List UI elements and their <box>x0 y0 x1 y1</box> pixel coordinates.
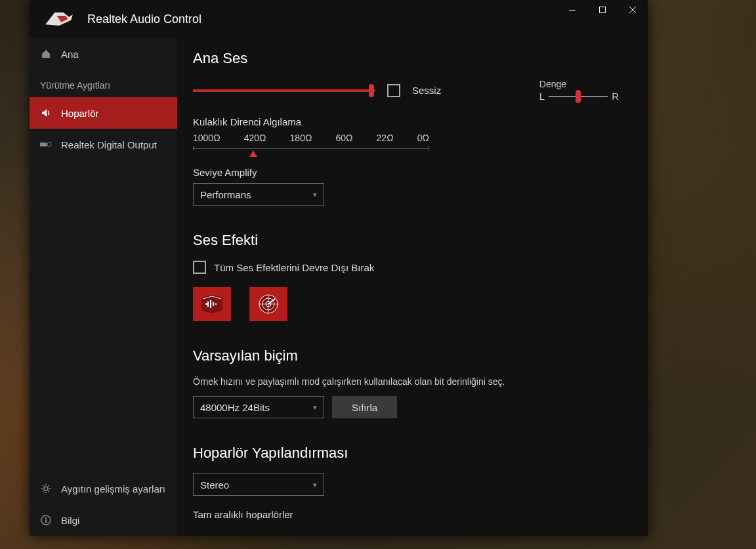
reset-button[interactable]: Sıfırla <box>332 396 397 418</box>
format-value: 48000Hz 24Bits <box>200 402 270 413</box>
rog-logo-icon <box>43 9 75 30</box>
titlebar: Realtek Audio Control <box>30 0 648 38</box>
svg-rect-4 <box>40 143 47 146</box>
sidebar-section-playback: Yürütme Aygıtları <box>30 70 177 97</box>
amplify-value: Performans <box>200 189 251 200</box>
sidebar-item-advanced[interactable]: Aygıtın gelişmiş ayarları <box>30 473 177 504</box>
section-effects: Ses Efekti <box>193 232 632 249</box>
volume-slider-thumb[interactable] <box>369 84 374 97</box>
impedance-tick: 0Ω <box>417 133 429 143</box>
mute-label: Sessiz <box>412 85 441 96</box>
impedance-scale: 1000Ω 420Ω 180Ω 60Ω 22Ω 0Ω <box>193 133 429 155</box>
sidebar-item-label: Hoparlör <box>61 108 99 119</box>
svg-rect-9 <box>45 517 47 519</box>
impedance-tick: 180Ω <box>290 133 312 143</box>
section-format: Varsayılan biçim <box>193 347 632 364</box>
svg-rect-0 <box>569 10 576 11</box>
disable-effects-label: Tüm Ses Efektlerini Devre Dışı Bırak <box>214 262 374 273</box>
impedance-tick: 60Ω <box>335 133 352 143</box>
svg-point-6 <box>44 487 48 491</box>
sidebar-item-info[interactable]: Bilgi <box>30 504 177 536</box>
section-main-volume: Ana Ses <box>193 50 632 67</box>
amplify-title: Seviye Amplify <box>193 167 632 178</box>
chevron-down-icon: ▾ <box>313 403 317 412</box>
sidebar-item-digital-output[interactable]: Realtek Digital Output <box>30 129 177 160</box>
format-desc: Örnek hızını ve paylaşımlı mod çalışırke… <box>193 376 632 387</box>
impedance-tick: 22Ω <box>377 133 394 143</box>
svg-rect-8 <box>45 519 47 523</box>
main-panel: Ana Ses Sessiz Denge L R <box>177 38 648 536</box>
impedance-title: Kulaklık Direnci Algılama <box>193 116 632 127</box>
speaker-config-dropdown[interactable]: Stereo ▾ <box>193 473 324 496</box>
impedance-tick: 1000Ω <box>193 133 220 143</box>
minimize-button[interactable] <box>557 0 587 20</box>
balance-slider[interactable] <box>549 96 608 97</box>
gear-icon <box>40 483 52 494</box>
sidebar: Ana Yürütme Aygıtları Hoparlör Realtek D… <box>30 38 177 536</box>
balance-title: Denge <box>539 79 619 89</box>
balance-right-label: R <box>612 91 619 102</box>
disable-effects-checkbox[interactable] <box>193 261 206 274</box>
balance-left-label: L <box>539 91 545 102</box>
impedance-tick: 420Ω <box>244 133 266 143</box>
sonic-studio-icon[interactable] <box>193 287 231 321</box>
full-range-label: Tam aralıklı hoparlörler <box>193 509 632 520</box>
volume-slider[interactable] <box>193 89 375 92</box>
chevron-down-icon: ▾ <box>313 481 317 489</box>
digital-output-icon <box>40 139 52 150</box>
chevron-down-icon: ▾ <box>313 190 317 199</box>
section-speaker-config: Hoparlör Yapılandırması <box>193 445 632 462</box>
app-window: Realtek Audio Control Ana Yürütme Aygıtl… <box>30 0 648 536</box>
amplify-dropdown[interactable]: Performans ▾ <box>193 183 324 206</box>
home-icon <box>40 48 52 60</box>
speaker-icon <box>40 107 52 119</box>
balance-block: Denge L R <box>539 79 619 102</box>
format-dropdown[interactable]: 48000Hz 24Bits ▾ <box>193 396 324 418</box>
close-button[interactable] <box>618 0 648 20</box>
info-icon <box>40 514 52 526</box>
balance-slider-thumb[interactable] <box>576 90 581 103</box>
mute-checkbox[interactable] <box>387 84 400 97</box>
sidebar-item-label: Realtek Digital Output <box>61 139 157 150</box>
app-title: Realtek Audio Control <box>87 12 201 26</box>
maximize-button[interactable] <box>587 0 618 20</box>
svg-point-5 <box>47 143 51 146</box>
sidebar-item-label: Bilgi <box>61 515 79 526</box>
svg-rect-1 <box>600 7 606 13</box>
sidebar-item-speakers[interactable]: Hoparlör <box>30 97 177 129</box>
sidebar-item-label: Aygıtın gelişmiş ayarları <box>61 483 165 494</box>
sonic-radar-icon[interactable] <box>249 287 287 321</box>
sidebar-item-home[interactable]: Ana <box>30 38 177 70</box>
window-controls <box>557 0 648 20</box>
sidebar-item-label: Ana <box>61 49 79 60</box>
impedance-marker-icon <box>249 150 257 157</box>
speaker-config-value: Stereo <box>200 479 229 491</box>
